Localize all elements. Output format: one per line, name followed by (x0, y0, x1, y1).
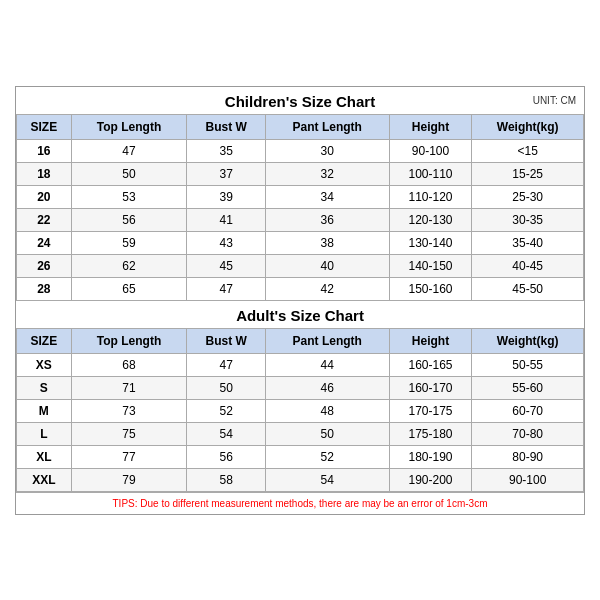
data-cell: 65 (71, 277, 187, 300)
data-cell: 30-35 (472, 208, 584, 231)
data-cell: 80-90 (472, 445, 584, 468)
data-cell: 73 (71, 399, 187, 422)
table-row: S715046160-17055-60 (17, 376, 584, 399)
size-cell: 20 (17, 185, 72, 208)
data-cell: 160-170 (389, 376, 472, 399)
adult-col-height: Height (389, 328, 472, 353)
size-cell: XXL (17, 468, 72, 491)
adults-section-title: Adult's Size Chart (16, 301, 584, 328)
data-cell: 45 (187, 254, 265, 277)
table-row: L755450175-18070-80 (17, 422, 584, 445)
table-row: 24594338130-14035-40 (17, 231, 584, 254)
size-cell: 16 (17, 139, 72, 162)
data-cell: 50 (187, 376, 265, 399)
data-cell: 43 (187, 231, 265, 254)
data-cell: 45-50 (472, 277, 584, 300)
data-cell: 50 (265, 422, 389, 445)
data-cell: 34 (265, 185, 389, 208)
data-cell: 46 (265, 376, 389, 399)
data-cell: 47 (187, 277, 265, 300)
adults-header-row: SIZE Top Length Bust W Pant Length Heigh… (17, 328, 584, 353)
data-cell: <15 (472, 139, 584, 162)
data-cell: 59 (71, 231, 187, 254)
tips-text: TIPS: Due to different measurement metho… (16, 492, 584, 514)
data-cell: 60-70 (472, 399, 584, 422)
data-cell: 32 (265, 162, 389, 185)
col-weight: Weight(kg) (472, 114, 584, 139)
table-row: 22564136120-13030-35 (17, 208, 584, 231)
children-section-title: Children's Size Chart UNIT: CM (16, 87, 584, 114)
table-row: M735248170-17560-70 (17, 399, 584, 422)
data-cell: 100-110 (389, 162, 472, 185)
data-cell: 35-40 (472, 231, 584, 254)
adult-col-size: SIZE (17, 328, 72, 353)
data-cell: 120-130 (389, 208, 472, 231)
col-bust-w: Bust W (187, 114, 265, 139)
size-cell: 28 (17, 277, 72, 300)
data-cell: 54 (265, 468, 389, 491)
data-cell: 150-160 (389, 277, 472, 300)
adults-table: SIZE Top Length Bust W Pant Length Heigh… (16, 328, 584, 492)
table-row: 1647353090-100<15 (17, 139, 584, 162)
children-title-text: Children's Size Chart (225, 93, 375, 110)
data-cell: 190-200 (389, 468, 472, 491)
data-cell: 54 (187, 422, 265, 445)
data-cell: 90-100 (389, 139, 472, 162)
data-cell: 110-120 (389, 185, 472, 208)
col-top-length: Top Length (71, 114, 187, 139)
data-cell: 40 (265, 254, 389, 277)
data-cell: 44 (265, 353, 389, 376)
data-cell: 50-55 (472, 353, 584, 376)
table-row: 26624540140-15040-45 (17, 254, 584, 277)
size-cell: M (17, 399, 72, 422)
adult-col-pant-length: Pant Length (265, 328, 389, 353)
data-cell: 140-150 (389, 254, 472, 277)
data-cell: 180-190 (389, 445, 472, 468)
data-cell: 25-30 (472, 185, 584, 208)
data-cell: 70-80 (472, 422, 584, 445)
data-cell: 170-175 (389, 399, 472, 422)
col-pant-length: Pant Length (265, 114, 389, 139)
data-cell: 42 (265, 277, 389, 300)
data-cell: 90-100 (472, 468, 584, 491)
data-cell: 75 (71, 422, 187, 445)
data-cell: 50 (71, 162, 187, 185)
size-cell: XL (17, 445, 72, 468)
col-height: Height (389, 114, 472, 139)
data-cell: 48 (265, 399, 389, 422)
size-cell: L (17, 422, 72, 445)
size-cell: XS (17, 353, 72, 376)
table-row: 20533934110-12025-30 (17, 185, 584, 208)
data-cell: 52 (187, 399, 265, 422)
data-cell: 79 (71, 468, 187, 491)
size-cell: 18 (17, 162, 72, 185)
table-row: 18503732100-11015-25 (17, 162, 584, 185)
data-cell: 41 (187, 208, 265, 231)
data-cell: 52 (265, 445, 389, 468)
col-size: SIZE (17, 114, 72, 139)
data-cell: 15-25 (472, 162, 584, 185)
data-cell: 30 (265, 139, 389, 162)
data-cell: 38 (265, 231, 389, 254)
data-cell: 58 (187, 468, 265, 491)
table-row: XL775652180-19080-90 (17, 445, 584, 468)
children-table: SIZE Top Length Bust W Pant Length Heigh… (16, 114, 584, 301)
data-cell: 62 (71, 254, 187, 277)
data-cell: 36 (265, 208, 389, 231)
adults-title-text: Adult's Size Chart (236, 307, 364, 324)
data-cell: 39 (187, 185, 265, 208)
data-cell: 40-45 (472, 254, 584, 277)
data-cell: 56 (71, 208, 187, 231)
size-cell: 22 (17, 208, 72, 231)
adult-col-weight: Weight(kg) (472, 328, 584, 353)
children-header-row: SIZE Top Length Bust W Pant Length Heigh… (17, 114, 584, 139)
adult-col-bust-w: Bust W (187, 328, 265, 353)
table-row: XS684744160-16550-55 (17, 353, 584, 376)
adult-col-top-length: Top Length (71, 328, 187, 353)
size-cell: S (17, 376, 72, 399)
size-chart: Children's Size Chart UNIT: CM SIZE Top … (15, 86, 585, 515)
data-cell: 160-165 (389, 353, 472, 376)
data-cell: 68 (71, 353, 187, 376)
size-cell: 24 (17, 231, 72, 254)
data-cell: 55-60 (472, 376, 584, 399)
